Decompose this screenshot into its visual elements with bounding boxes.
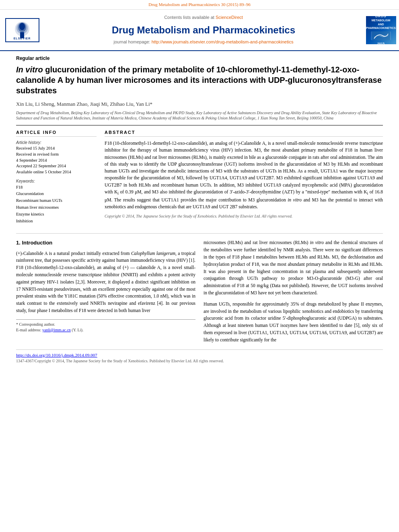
footer-copyright: 1347-4367/Copyright © 2014, The Japanese… [16, 358, 383, 364]
article-info-column: ARTICLE INFO Article history: Received 1… [16, 129, 97, 228]
sciencedirect-pre: Contents lists available at [164, 15, 216, 20]
keyword-4: Human liver microsomes [16, 204, 97, 211]
journal-logo-area: DRUG METABOLISM AND PHARMACOKINETICS 201… [363, 13, 399, 47]
intro-heading: 1. Introduction [16, 239, 195, 246]
article-info-header: ARTICLE INFO [16, 129, 97, 137]
svg-text:ELSEVIER: ELSEVIER [14, 37, 31, 40]
homepage-pre: journal homepage: [114, 39, 152, 44]
revised-label: Received in revised form [16, 152, 97, 158]
homepage-url[interactable]: http://www.journals.elsevier.com/drug-me… [152, 39, 294, 44]
section-divider [16, 233, 383, 234]
online-date: Available online 5 October 2014 [16, 169, 97, 175]
corresponding-author-note: * Corresponding author. [16, 322, 195, 327]
article-title: In vitro glucuronidation of the primary … [16, 64, 383, 96]
keywords-group: Keywords: F18 Glucuronidation Recombinan… [16, 179, 97, 225]
title-rest: glucuronidation of the primary metabolit… [16, 65, 382, 95]
introduction-section: 1. Introduction (+)-Calanolide A is a na… [16, 239, 383, 343]
intro-right-text-2: Human UGTs, responsible for approximatel… [204, 301, 383, 344]
intro-right-text: microsomes (HLMs) and rat liver microsom… [204, 239, 383, 297]
keyword-1: F18 [16, 184, 97, 191]
accepted-date: Accepted 22 September 2014 [16, 163, 97, 169]
keyword-2: Glucuronidation [16, 191, 97, 197]
keywords-label: Keywords: [16, 179, 97, 184]
abstract-column: ABSTRACT F18 (10-chloromethyl-11-demethy… [105, 129, 383, 228]
intro-left-col: 1. Introduction (+)-Calanolide A is a na… [16, 239, 195, 343]
doi-anchor[interactable]: http://dx.doi.org/10.1016/j.dmpk.2014.09… [16, 353, 97, 357]
authors-line: Xin Liu, Li Sheng, Manman Zhao, Jiaqi Mi… [16, 101, 383, 108]
journal-header: ELSEVIER Contents lists available at Sci… [0, 10, 399, 51]
history-label: Article history: [16, 140, 97, 146]
abstract-header: ABSTRACT [105, 129, 383, 137]
logo-graphic [372, 31, 390, 40]
journal-issue-text: Drug Metabolism and Pharmacokinetics 30 … [148, 2, 251, 7]
intro-right-col: microsomes (HLMs) and rat liver microsom… [204, 239, 383, 343]
keywords-list: F18 Glucuronidation Recombinant human UG… [16, 184, 97, 225]
article-type: Regular article [16, 55, 383, 62]
abstract-copyright: Copyright © 2014, The Japanese Society f… [105, 214, 383, 219]
elsevier-tree-icon: ELSEVIER [8, 20, 36, 40]
journal-title: Drug Metabolism and Pharmacokinetics [48, 23, 359, 37]
main-content: Regular article In vitro glucuronidation… [0, 51, 399, 372]
article-history-group: Article history: Received 15 July 2014 R… [16, 140, 97, 175]
keyword-6: Inhibition [16, 218, 97, 225]
svg-point-4 [19, 23, 25, 30]
email-link[interactable]: yanli@imm.ac.cn [42, 328, 71, 332]
keyword-3: Recombinant human UGTs [16, 197, 97, 204]
journal-issue-bar: Drug Metabolism and Pharmacokinetics 30 … [0, 0, 399, 10]
revised-date: 4 September 2014 [16, 158, 97, 164]
intro-left-text: (+)-Calanolide A is a natural product in… [16, 250, 195, 314]
footer-area: http://dx.doi.org/10.1016/j.dmpk.2014.09… [16, 349, 383, 364]
journal-center-info: Contents lists available at ScienceDirec… [44, 13, 363, 47]
abstract-text: F18 (10-chloromethyl-11-demethyl-12-oxo-… [105, 140, 383, 210]
elsevier-logo-box: ELSEVIER [5, 18, 39, 42]
affiliation-text: Department of Drug Metabolism, Beijing K… [16, 110, 383, 121]
article-info-abstract-section: ARTICLE INFO Article history: Received 1… [16, 125, 383, 228]
footnote-area: * Corresponding author. E-mail address: … [16, 319, 195, 333]
keyword-5: Enzyme kinetics [16, 211, 97, 218]
doi-link: http://dx.doi.org/10.1016/j.dmpk.2014.09… [16, 352, 383, 358]
journal-homepage-line: journal homepage: http://www.journals.el… [48, 39, 359, 45]
received-date: Received 15 July 2014 [16, 146, 97, 152]
elsevier-logo-area: ELSEVIER [0, 13, 44, 47]
title-italic-part: In vitro [16, 65, 43, 74]
sciencedirect-line: Contents lists available at ScienceDirec… [48, 14, 359, 21]
logo-image-area [371, 31, 391, 40]
journal-logo-box: DRUG METABOLISM AND PHARMACOKINETICS 201… [366, 16, 396, 44]
email-note: E-mail address: yanli@imm.ac.cn (Y. Li). [16, 327, 195, 333]
sciencedirect-link[interactable]: ScienceDirect [216, 15, 243, 20]
